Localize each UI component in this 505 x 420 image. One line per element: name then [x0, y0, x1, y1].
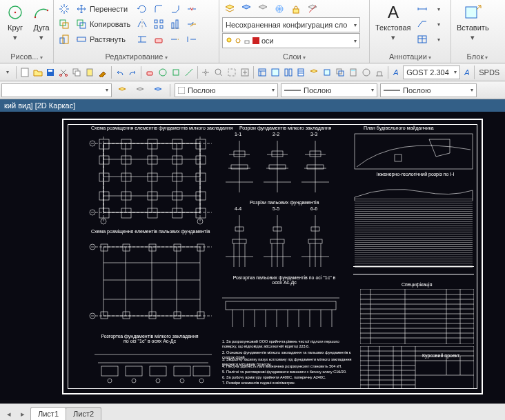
zoom-window-icon[interactable] — [226, 65, 238, 80]
props-icon[interactable] — [256, 65, 268, 80]
explode-icon[interactable] — [57, 1, 72, 17]
eraseq-icon[interactable] — [143, 65, 156, 80]
align-icon[interactable] — [168, 17, 183, 32]
geo-section — [353, 183, 474, 277]
lock-open-icon — [244, 37, 250, 44]
layer-props-icon[interactable] — [222, 1, 237, 17]
arc-button[interactable]: Дуга▾ — [29, 1, 54, 43]
zoom-ext-icon[interactable] — [239, 65, 251, 80]
svg-rect-55 — [178, 87, 185, 94]
new-icon[interactable] — [19, 65, 31, 80]
leader-icon[interactable] — [415, 17, 430, 32]
layers-mgr-icon[interactable] — [308, 65, 320, 80]
stretch-button[interactable]: Растянуть — [73, 32, 133, 47]
tab-scroll-right[interactable]: ▸ — [17, 408, 29, 420]
erase-icon[interactable] — [151, 32, 166, 47]
dc-icon[interactable] — [269, 65, 281, 80]
mleader-style-icon[interactable]: ▾ — [431, 17, 446, 32]
layer-a-icon[interactable] — [115, 83, 130, 98]
xref-icon[interactable] — [334, 65, 346, 80]
scale-icon[interactable] — [57, 32, 72, 47]
text-button[interactable]: A Текстовая▾ — [373, 1, 413, 43]
matchprop-icon[interactable] — [97, 65, 109, 80]
blocks-icon[interactable] — [321, 65, 333, 80]
tp-icon[interactable] — [282, 65, 295, 80]
trim-icon[interactable] — [135, 32, 150, 47]
misc1-icon[interactable] — [360, 65, 373, 80]
misc2-icon[interactable] — [373, 65, 386, 80]
circle-button[interactable]: Круг▾ — [3, 1, 28, 43]
layer-c-icon[interactable] — [150, 83, 166, 98]
panel-title-draw[interactable]: Рисов... — [3, 51, 50, 63]
dwg-title-9: Специфікація — [402, 282, 432, 287]
paste-icon[interactable] — [83, 65, 96, 80]
textstyle-combo[interactable]: GOST 2.304▾ — [403, 66, 460, 79]
extend-icon[interactable] — [184, 32, 199, 47]
tool-c-icon[interactable] — [183, 65, 195, 80]
chevron-down-icon: ▾ — [354, 38, 357, 44]
offset-icon[interactable] — [57, 17, 72, 32]
dim-linear-icon[interactable] — [415, 1, 430, 17]
sec-22: 2-2 — [273, 132, 279, 137]
move-button[interactable]: Перенести — [73, 1, 133, 17]
table-style-icon[interactable]: ▾ — [431, 32, 446, 47]
panel-title-layers[interactable]: Слои — [222, 51, 366, 63]
layer-freeze-icon[interactable] — [272, 1, 287, 17]
svg-rect-110 — [123, 244, 130, 251]
qat-dropdown[interactable]: ▾ — [1, 65, 14, 80]
canvas[interactable]: Схема розміщення елементів фундаментів м… — [0, 112, 505, 403]
lengthen-icon[interactable] — [168, 32, 183, 47]
panel-title-block[interactable]: Блок — [454, 51, 501, 63]
tool-b-icon[interactable] — [170, 65, 182, 80]
svg-point-39 — [215, 69, 221, 74]
cut-icon[interactable] — [57, 65, 70, 80]
layer-lock-icon[interactable] — [288, 1, 304, 17]
calc-icon[interactable] — [347, 65, 359, 80]
mirror-icon[interactable] — [135, 17, 150, 32]
svg-point-20 — [227, 38, 231, 42]
color-combo[interactable]: Послою▾ — [175, 83, 278, 97]
plan-2 — [84, 239, 215, 328]
undo-icon[interactable] — [114, 65, 126, 80]
array-icon[interactable] — [151, 17, 166, 32]
rotate-icon[interactable] — [135, 1, 150, 17]
fillet-icon[interactable] — [151, 1, 166, 17]
panel-title-annot[interactable]: Аннотации — [373, 51, 448, 63]
panel-title-modify[interactable]: Редактирование — [57, 51, 216, 63]
open-icon[interactable] — [32, 65, 44, 80]
tool-a-icon[interactable] — [157, 65, 169, 80]
textstyle-a-icon[interactable]: A — [390, 65, 402, 80]
svg-text:A: A — [388, 3, 399, 21]
table-icon[interactable] — [415, 32, 430, 47]
layer-state-combo[interactable]: Несохраненная конфигурация сло▾ — [222, 17, 360, 32]
layer-off-icon[interactable] — [305, 1, 320, 17]
zoom-icon[interactable] — [212, 65, 225, 80]
insert-button[interactable]: Вставить▾ — [454, 1, 492, 43]
document-frame: кий вид] [2D Каркас] Схема розміщення ел… — [0, 99, 505, 403]
layer-current-combo[interactable]: оси ▾ — [222, 33, 360, 48]
dim-style-icon[interactable]: ▾ — [431, 1, 446, 17]
textstyle-b-icon[interactable]: A — [461, 65, 473, 80]
layer-b-icon[interactable] — [132, 83, 148, 98]
tab-layout-2[interactable]: Лист2 — [66, 407, 101, 420]
copy-icon[interactable] — [70, 65, 83, 80]
tab-layout-1[interactable]: Лист1 — [30, 407, 66, 420]
pan-icon[interactable] — [200, 65, 212, 80]
tab-scroll-left[interactable]: ◂ — [3, 408, 15, 420]
layer-states-icon[interactable] — [239, 1, 254, 17]
spds-label[interactable]: SPDS — [474, 66, 504, 79]
style-combo[interactable]: ▾ — [1, 83, 112, 97]
copy-button[interactable]: Копировать — [73, 17, 133, 32]
panel-modify: Перенести Копировать Растянуть — [54, 0, 219, 63]
linetype-combo[interactable]: Послою▾ — [281, 83, 377, 97]
layer-iso-icon[interactable] — [255, 1, 270, 17]
chamfer-icon[interactable] — [168, 1, 183, 17]
svg-rect-34 — [87, 69, 92, 76]
join-icon[interactable] — [184, 17, 199, 32]
save-icon[interactable] — [44, 65, 57, 80]
redo-icon[interactable] — [127, 65, 139, 80]
ssm-icon[interactable] — [295, 65, 307, 80]
elevation-piles — [219, 291, 343, 332]
lineweight-combo[interactable]: Послою▾ — [380, 83, 477, 97]
break-icon[interactable] — [184, 1, 199, 17]
